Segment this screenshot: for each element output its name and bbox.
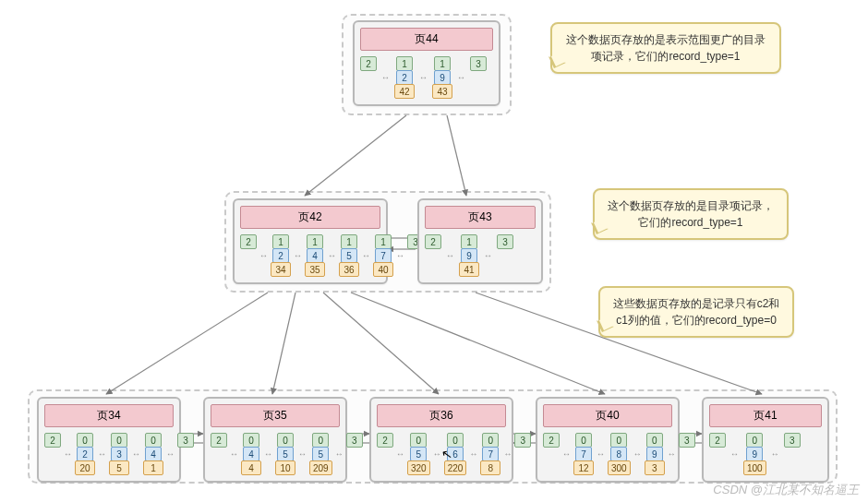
records-row: 2↔ 0220↔ 035↔ 041↔ 3 xyxy=(44,433,174,475)
callout-top: 这个数据页存放的是表示范围更广的目录项记录，它们的record_type=1 xyxy=(550,22,781,74)
supremum: 3 xyxy=(514,433,531,448)
watermark: CSDN @江北某不知名逼王 xyxy=(713,482,859,498)
mini-arrow-icon: ↔ xyxy=(380,70,391,85)
record: 08300 xyxy=(608,433,631,475)
page-42: 页42 2 ↔ 1234 ↔ 1435 ↔ 1536 ↔ 1740 ↔ 3 xyxy=(233,198,388,284)
records-row: 2 ↔ 1242 ↔ 1943 ↔ 3 xyxy=(360,56,493,99)
record: 0510 xyxy=(275,433,295,475)
infimum: 2 xyxy=(211,433,227,448)
infimum: 2 xyxy=(44,433,61,448)
supremum: 3 xyxy=(470,56,487,71)
records-row: 2 ↔ 1941 ↔ 3 xyxy=(425,234,536,277)
page-40: 页40 2↔ 0712↔ 08300↔ 093↔ 3 xyxy=(536,397,680,483)
record: 1242 xyxy=(394,56,415,99)
record: 078 xyxy=(480,433,500,475)
record: 041 xyxy=(143,433,163,475)
page-title: 页40 xyxy=(543,404,672,427)
mini-arrow-icon: ↔ xyxy=(445,248,455,263)
mini-arrow-icon: ↔ xyxy=(456,70,466,85)
svg-line-3 xyxy=(272,293,295,394)
mini-arrow-icon: ↔ xyxy=(361,248,371,263)
record: 1941 xyxy=(459,234,479,277)
page-44: 页44 2 ↔ 1242 ↔ 1943 ↔ 3 xyxy=(353,20,500,106)
record: 1740 xyxy=(373,234,393,277)
svg-line-2 xyxy=(106,293,268,394)
page-title: 页42 xyxy=(240,206,380,229)
record: 0712 xyxy=(573,433,594,475)
page-title: 页44 xyxy=(360,28,493,51)
supremum: 3 xyxy=(177,433,194,448)
supremum: 3 xyxy=(784,433,801,448)
mini-arrow-icon: ↔ xyxy=(327,248,337,263)
supremum: 3 xyxy=(346,433,363,448)
supremum: 3 xyxy=(679,433,695,448)
page-35: 页35 2↔ 044↔ 0510↔ 05209↔ 3 xyxy=(203,397,347,483)
records-row: 2 ↔ 1234 ↔ 1435 ↔ 1536 ↔ 1740 ↔ 3 xyxy=(240,234,380,277)
page-title: 页34 xyxy=(44,404,174,427)
page-title: 页36 xyxy=(377,404,506,427)
record: 1435 xyxy=(305,234,325,277)
callout-bottom: 这些数据页存放的是记录只有c2和c1列的值，它们的record_type=0 xyxy=(598,286,794,338)
page-title: 页43 xyxy=(425,206,536,229)
mini-arrow-icon: ↔ xyxy=(395,248,405,263)
svg-line-5 xyxy=(351,293,605,394)
record: 0220 xyxy=(75,433,95,475)
page-title: 页35 xyxy=(211,404,340,427)
mini-arrow-icon: ↔ xyxy=(483,248,493,263)
records-row: 2↔ 0712↔ 08300↔ 093↔ 3 xyxy=(543,433,672,475)
page-36: 页36 2↔ 05320↔ 06220↔ 078↔ 3 xyxy=(369,397,513,483)
infimum: 2 xyxy=(425,234,441,249)
record: 09100 xyxy=(743,433,766,475)
mouse-cursor-icon: ↖ xyxy=(440,446,454,462)
infimum: 2 xyxy=(543,433,560,448)
record: 1943 xyxy=(432,56,452,99)
infimum: 2 xyxy=(240,234,257,249)
svg-line-4 xyxy=(323,293,439,394)
record: 05209 xyxy=(309,433,332,475)
record: 044 xyxy=(241,433,261,475)
records-row: 2↔ 044↔ 0510↔ 05209↔ 3 xyxy=(211,433,340,475)
supremum: 3 xyxy=(497,234,513,249)
mini-arrow-icon: ↔ xyxy=(293,248,303,263)
infimum: 2 xyxy=(709,433,726,448)
records-row: 2↔ 09100↔ 3 xyxy=(709,433,822,475)
mini-arrow-icon: ↔ xyxy=(259,248,269,263)
callout-mid: 这个数据页存放的是目录项记录，它们的record_type=1 xyxy=(593,188,789,240)
record: 1234 xyxy=(271,234,291,277)
record: 035 xyxy=(109,433,129,475)
record: 093 xyxy=(645,433,665,475)
record: 05320 xyxy=(407,433,430,475)
page-43: 页43 2 ↔ 1941 ↔ 3 xyxy=(417,198,543,284)
page-41: 页41 2↔ 09100↔ 3 xyxy=(702,397,829,483)
record: 1536 xyxy=(339,234,359,277)
page-title: 页41 xyxy=(709,404,822,427)
svg-line-1 xyxy=(447,115,466,196)
page-34: 页34 2↔ 0220↔ 035↔ 041↔ 3 xyxy=(37,397,181,483)
svg-line-0 xyxy=(305,115,406,196)
infimum: 2 xyxy=(377,433,393,448)
infimum: 2 xyxy=(360,56,377,71)
mini-arrow-icon: ↔ xyxy=(418,70,428,85)
